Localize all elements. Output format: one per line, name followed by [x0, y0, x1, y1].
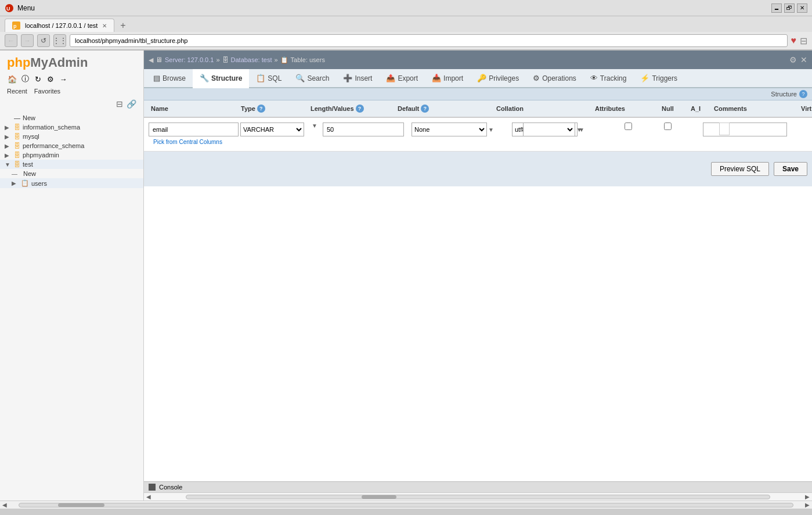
col-header-comments: Comments: [712, 103, 799, 114]
server-link[interactable]: Server: 127.0.0.1: [165, 56, 214, 63]
svg-text:U: U: [6, 6, 10, 12]
favicon: p: [12, 21, 20, 30]
scrollbar-track[interactable]: [186, 495, 770, 499]
close-button[interactable]: ✕: [797, 3, 807, 13]
h-scroll-left[interactable]: ◀: [2, 502, 7, 508]
tree-item-users[interactable]: ▶ 📋 users: [0, 178, 143, 188]
info-icon[interactable]: ⓘ: [20, 74, 30, 84]
link-icon[interactable]: 🔗: [127, 99, 136, 109]
title-bar-controls: 🗕 🗗 ✕: [771, 3, 807, 13]
save-button[interactable]: Save: [774, 162, 807, 176]
address-input[interactable]: [70, 34, 788, 47]
tab-privileges-label: Privileges: [489, 74, 519, 82]
name-input[interactable]: [149, 123, 239, 136]
attributes-select[interactable]: BINARY UNSIGNED UNSIGNED ZEROFILL on upd…: [523, 123, 575, 136]
scrollbar-thumb[interactable]: [362, 495, 396, 499]
tab-insert-label: Insert: [355, 74, 372, 82]
tab-insert[interactable]: ➕ Insert: [336, 69, 379, 88]
default-select[interactable]: None As defined NULL CURRENT_TIMESTAMP: [412, 123, 487, 136]
minimize-button[interactable]: 🗕: [771, 3, 782, 13]
home-icon[interactable]: 🏠: [7, 74, 17, 84]
tree-item-new-test[interactable]: — New: [0, 169, 143, 178]
maximize-button[interactable]: 🗗: [784, 3, 795, 13]
length-input[interactable]: [323, 123, 404, 136]
tab-close-button[interactable]: ✕: [102, 23, 107, 29]
tree-item-test[interactable]: ▼ 🗄 test: [0, 160, 143, 169]
forward-button[interactable]: →: [21, 34, 34, 47]
tree-item-new-root[interactable]: — New: [0, 113, 143, 123]
scroll-left-icon[interactable]: ◀: [146, 494, 151, 500]
null-checkbox[interactable]: [625, 123, 632, 130]
column-headers: Name Type ? Length/Values ? Default ? Co…: [144, 100, 812, 117]
comments-input[interactable]: [703, 123, 787, 136]
tab-privileges[interactable]: 🔑 Privileges: [470, 69, 526, 88]
expand-icon: ▶: [5, 124, 12, 131]
null-cell: [623, 123, 633, 130]
favorites-link[interactable]: Favorites: [34, 88, 60, 95]
new-tab-button[interactable]: +: [117, 19, 129, 32]
browser-icon: U: [5, 3, 14, 13]
tree-item-mysql[interactable]: ▶ 🗄 mysql: [0, 132, 143, 141]
default-help-icon[interactable]: ?: [421, 105, 429, 113]
browse-icon: ▤: [153, 74, 160, 82]
database-link[interactable]: Database: test: [231, 56, 272, 63]
tree-item-information-schema[interactable]: ▶ 🗄 information_schema: [0, 123, 143, 132]
browser-tab[interactable]: p localhost / 127.0.0.1 / test ✕: [5, 19, 114, 32]
content-area: ◀ 🖥 Server: 127.0.0.1 » 🗄 Database: test…: [144, 51, 812, 500]
back-button[interactable]: ←: [5, 34, 17, 47]
back-arrow[interactable]: ◀: [149, 56, 153, 64]
db-icon-small: 🗄: [222, 56, 229, 63]
col-header-null: Null: [659, 103, 688, 114]
server-db-icon: 🖥: [156, 56, 163, 64]
ai-cell: [634, 123, 701, 130]
content-empty-area: [144, 186, 812, 481]
settings-icon[interactable]: ⚙: [45, 74, 56, 84]
tab-export-label: Export: [398, 74, 418, 82]
row-area: VARCHAR INT TEXT DATE DATETIME FLOAT DOU…: [144, 118, 812, 152]
type-select[interactable]: VARCHAR INT TEXT DATE DATETIME FLOAT DOU…: [240, 123, 304, 136]
tab-tracking-label: Tracking: [600, 74, 627, 82]
tab-export[interactable]: 📤 Export: [379, 69, 425, 88]
logo-myadmin: MyAdmin: [30, 55, 88, 70]
tab-triggers-label: Triggers: [652, 74, 677, 82]
sidebar-recent-fav: Recent Favorites: [0, 87, 143, 98]
apps-button[interactable]: ⋮⋮: [53, 34, 66, 47]
col-header-attributes: Attributes: [593, 103, 659, 114]
console-bar[interactable]: Console: [144, 481, 812, 492]
title-bar: U Menu 🗕 🗗 ✕: [0, 0, 812, 16]
structure-help-icon[interactable]: ?: [799, 90, 807, 98]
scrollbar-area: ◀ ▶: [144, 492, 812, 500]
search-icon: 🔍: [295, 74, 305, 82]
type-help-icon[interactable]: ?: [257, 105, 265, 113]
collapse-icon[interactable]: ⊟: [116, 99, 123, 109]
recent-link[interactable]: Recent: [7, 88, 27, 95]
tab-operations[interactable]: ⚙ Operations: [526, 69, 583, 88]
col-header-collation: Collation: [494, 103, 593, 114]
tab-sql[interactable]: 📋 SQL: [249, 69, 288, 88]
scroll-right-icon[interactable]: ▶: [805, 494, 810, 500]
settings-topbar-icon[interactable]: ⚙: [789, 55, 797, 64]
tab-structure[interactable]: 🔧 Structure: [193, 69, 249, 88]
structure-header: Structure ?: [144, 88, 812, 100]
tree-item-phpmyadmin[interactable]: ▶ 🗄 phpmyadmin: [0, 150, 143, 160]
tab-import[interactable]: 📥 Import: [425, 69, 470, 88]
h-scrollbar-thumb[interactable]: [58, 503, 104, 507]
tab-browse[interactable]: ▤ Browse: [146, 69, 193, 88]
pick-central-columns-link[interactable]: Pick from Central Columns: [149, 138, 807, 146]
ai-checkbox[interactable]: [664, 123, 672, 130]
length-help-icon[interactable]: ?: [356, 105, 364, 113]
tab-search[interactable]: 🔍 Search: [288, 69, 336, 88]
preview-sql-button[interactable]: Preview SQL: [711, 162, 769, 176]
db-open-icon: 🗄: [14, 161, 20, 168]
close-topbar-icon[interactable]: ✕: [800, 55, 807, 64]
db-icon: 🗄: [14, 124, 20, 131]
logout-icon[interactable]: →: [58, 74, 68, 84]
tree-item-performance-schema[interactable]: ▶ 🗄 performance_schema: [0, 141, 143, 150]
tab-triggers[interactable]: ⚡ Triggers: [633, 69, 684, 88]
refresh-button[interactable]: ↺: [37, 34, 50, 47]
expand-icon: —: [12, 171, 19, 177]
h-scroll-right[interactable]: ▶: [805, 502, 810, 508]
tab-tracking[interactable]: 👁 Tracking: [583, 69, 634, 88]
bookmark-button[interactable]: ♥: [791, 35, 797, 46]
refresh-icon[interactable]: ↻: [33, 74, 43, 84]
